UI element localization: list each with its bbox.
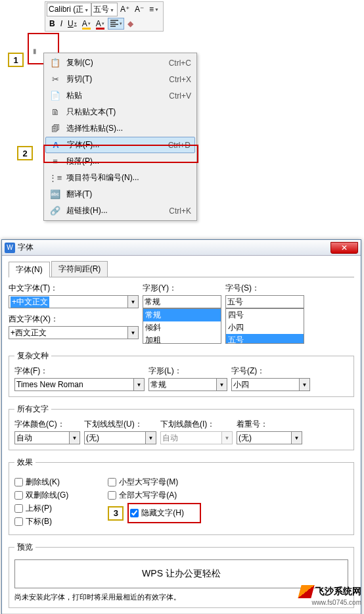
check-super[interactable]: 上标(P) bbox=[14, 503, 68, 514]
size-input[interactable]: 五号 bbox=[225, 295, 304, 308]
all-text-legend: 所有文字 bbox=[14, 404, 51, 415]
shrink-font-button[interactable]: A⁻ bbox=[133, 3, 146, 15]
cn-font-combo[interactable]: +中文正文▼ bbox=[9, 295, 139, 308]
effects-legend: 效果 bbox=[14, 457, 35, 468]
close-button[interactable]: ✕ bbox=[330, 242, 358, 254]
font-dialog: W 字体 ✕ 字体(N) 字符间距(R) 中文字体(T)： +中文正文▼ 西文字… bbox=[1, 239, 361, 614]
step-1-badge: 1 bbox=[8, 53, 24, 67]
grow-font-button[interactable]: A⁺ bbox=[118, 3, 131, 15]
watermark-text: 飞沙系统网 bbox=[315, 586, 361, 598]
italic-button[interactable]: I bbox=[58, 18, 64, 30]
watermark-url: www.fs0745.com bbox=[311, 599, 361, 606]
copy-icon: 📋 bbox=[48, 58, 62, 68]
complex-font-label: 字体(F)： bbox=[14, 366, 145, 377]
eraser-button[interactable]: ◆ bbox=[125, 18, 135, 30]
style-label: 字形(Y)： bbox=[143, 283, 221, 294]
check-sub[interactable]: 下标(B) bbox=[14, 516, 68, 527]
highlight-button[interactable]: A▾ bbox=[80, 18, 93, 30]
menu-cut[interactable]: ✂剪切(T)Ctrl+X bbox=[45, 71, 195, 87]
cursor-indicator: ▮ bbox=[33, 47, 37, 55]
step-3-highlight: 隐藏文字(H) bbox=[127, 503, 201, 523]
cut-icon: ✂ bbox=[48, 74, 62, 84]
size-opt-0[interactable]: 四号 bbox=[226, 309, 304, 321]
menu-translate[interactable]: 🔤翻译(T) bbox=[45, 186, 195, 202]
tab-font[interactable]: 字体(N) bbox=[9, 262, 50, 277]
check-hidden[interactable]: 隐藏文字(H) bbox=[130, 508, 184, 519]
paragraph-icon: ≡ bbox=[48, 156, 62, 166]
underline-color-combo[interactable]: 自动▼ bbox=[160, 431, 233, 444]
menu-paragraph[interactable]: ≡段落(P)... bbox=[45, 153, 195, 170]
effects-group: 效果 删除线(K) 双删除线(G) 上标(P) 下标(B) 小型大写字母(M) … bbox=[9, 457, 354, 535]
bullets-icon: ⋮≡ bbox=[48, 173, 62, 183]
menu-font[interactable]: A字体(F)...Ctrl+D bbox=[45, 137, 195, 153]
style-opt-italic[interactable]: 倾斜 bbox=[143, 321, 221, 334]
tab-spacing[interactable]: 字符间距(R) bbox=[51, 261, 108, 277]
menu-bullets[interactable]: ⋮≡项目符号和编号(N)... bbox=[45, 170, 195, 186]
check-smallcaps[interactable]: 小型大写字母(M) bbox=[108, 477, 201, 488]
menu-copy[interactable]: 📋复制(C)Ctrl+C bbox=[45, 55, 195, 71]
complex-size-combo[interactable]: 小四▼ bbox=[231, 378, 310, 391]
underline-button[interactable]: U▾ bbox=[66, 18, 79, 30]
check-allcaps[interactable]: 全部大写字母(A) bbox=[108, 490, 201, 501]
font-color-button[interactable]: A▾ bbox=[94, 18, 106, 30]
cn-font-label: 中文字体(T)： bbox=[9, 283, 139, 294]
all-text-group: 所有文字 字体颜色(C)：自动▼ 下划线线型(U)：(无)▼ 下划线颜色(I)：… bbox=[9, 404, 354, 450]
paste-icon: 📄 bbox=[48, 91, 62, 101]
watermark: 飞沙系统网 www.fs0745.com bbox=[300, 585, 361, 598]
complex-font-combo[interactable]: Times New Roman▼ bbox=[14, 378, 145, 391]
font-size-combo[interactable]: 五号▼ bbox=[91, 3, 118, 16]
check-dstrike[interactable]: 双删除线(G) bbox=[14, 490, 68, 501]
menu-paste-special[interactable]: 🗐选择性粘贴(S)... bbox=[45, 120, 195, 137]
check-strike[interactable]: 删除线(K) bbox=[14, 477, 68, 488]
menu-paste-text[interactable]: 🗎只粘贴文本(T) bbox=[45, 104, 195, 120]
color-label: 字体颜色(C)： bbox=[14, 419, 80, 430]
underline-color-label: 下划线颜色(I)： bbox=[160, 419, 233, 430]
font-icon: A bbox=[49, 140, 63, 150]
dialog-titlebar: W 字体 ✕ bbox=[2, 240, 361, 256]
size-label: 字号(S)： bbox=[225, 283, 304, 294]
style-listbox[interactable]: 常规 倾斜 加粗 bbox=[143, 308, 221, 344]
translate-icon: 🔤 bbox=[48, 189, 62, 199]
watermark-logo-icon bbox=[298, 585, 314, 598]
size-listbox[interactable]: 四号 小四 五号 bbox=[225, 308, 304, 344]
line-spacing-button[interactable]: ≡▼ bbox=[147, 3, 161, 15]
app-icon: W bbox=[5, 243, 15, 253]
paste-text-icon: 🗎 bbox=[48, 107, 62, 117]
underline-combo[interactable]: (无)▼ bbox=[84, 431, 156, 444]
color-combo[interactable]: 自动▼ bbox=[14, 431, 80, 444]
emphasis-combo[interactable]: (无)▼ bbox=[237, 431, 302, 444]
step-2-badge: 2 bbox=[17, 146, 33, 160]
align-button[interactable]: ▾ bbox=[108, 18, 124, 30]
size-opt-2[interactable]: 五号 bbox=[226, 334, 304, 344]
complex-style-combo[interactable]: 常规▼ bbox=[148, 378, 227, 391]
menu-hyperlink[interactable]: 🔗超链接(H)...Ctrl+K bbox=[45, 202, 195, 219]
style-opt-bold[interactable]: 加粗 bbox=[143, 334, 221, 344]
en-font-combo[interactable]: +西文正文▼ bbox=[9, 326, 139, 339]
en-font-label: 西文字体(X)： bbox=[9, 314, 139, 325]
style-input[interactable]: 常规 bbox=[143, 295, 221, 308]
bold-button[interactable]: B bbox=[47, 18, 57, 30]
complex-legend: 复杂文种 bbox=[14, 350, 51, 362]
dialog-title: 字体 bbox=[18, 242, 330, 253]
underline-label: 下划线线型(U)： bbox=[84, 419, 156, 430]
complex-style-label: 字形(L)： bbox=[148, 366, 227, 377]
emphasis-label: 着重号： bbox=[237, 419, 302, 430]
step-3-badge: 3 bbox=[108, 506, 124, 521]
paste-special-icon: 🗐 bbox=[48, 124, 62, 133]
context-menu: 📋复制(C)Ctrl+C ✂剪切(T)Ctrl+X 📄粘贴Ctrl+V 🗎只粘贴… bbox=[43, 53, 197, 221]
formatting-toolbar: Calibri (正▼ 五号▼ A⁺ A⁻ ≡▼ B I U▾ A▾ A▾ ▾ … bbox=[45, 1, 164, 32]
menu-paste[interactable]: 📄粘贴Ctrl+V bbox=[45, 87, 195, 104]
complex-script-group: 复杂文种 字体(F)： Times New Roman▼ 字形(L)： 常规▼ … bbox=[9, 350, 354, 397]
complex-size-label: 字号(Z)： bbox=[231, 366, 310, 377]
style-opt-regular[interactable]: 常规 bbox=[143, 309, 221, 321]
font-name-combo[interactable]: Calibri (正▼ bbox=[47, 3, 91, 16]
preview-legend: 预览 bbox=[14, 542, 35, 553]
preview-box: WPS 让办公更轻松 bbox=[14, 559, 348, 588]
link-icon: 🔗 bbox=[48, 206, 62, 216]
size-opt-1[interactable]: 小四 bbox=[226, 321, 304, 334]
